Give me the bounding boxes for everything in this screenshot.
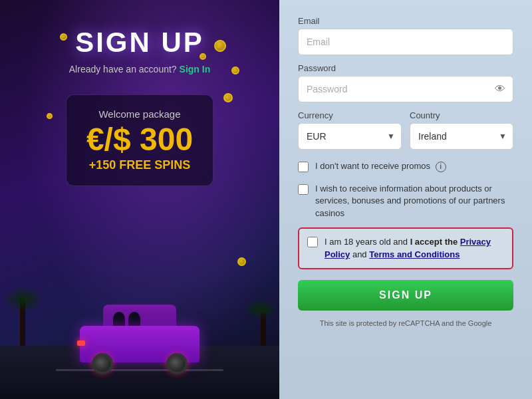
toggle-password-icon[interactable]: 👁 xyxy=(495,83,505,95)
partners-checkbox-row: I wish to receive information about prod… xyxy=(298,183,513,219)
coin-decoration xyxy=(60,33,67,41)
wheel-left xyxy=(92,353,113,374)
car-scene xyxy=(0,253,279,399)
promo-checkbox[interactable] xyxy=(298,162,309,172)
promo-label: I don't want to receive promos i xyxy=(315,160,446,172)
email-field-group: Email xyxy=(298,16,513,55)
headlight xyxy=(77,340,85,346)
country-label: Country xyxy=(410,110,513,120)
wheel-right xyxy=(166,353,188,374)
signup-button[interactable]: SIGN UP xyxy=(298,280,513,311)
coin-decoration xyxy=(47,113,53,119)
promo-checkbox-row: I don't want to receive promos i xyxy=(298,160,513,172)
currency-label: Currency xyxy=(298,110,402,120)
promo-info-icon[interactable]: i xyxy=(436,162,446,172)
welcome-label: Welcome package xyxy=(86,108,193,120)
terms-box: I am 18 years old and I accept the Priva… xyxy=(298,227,513,269)
partners-label: I wish to receive information about prod… xyxy=(315,183,513,219)
password-input[interactable] xyxy=(298,76,513,102)
currency-country-row: Currency EUR USD GBP ▼ Country Ireland U… xyxy=(298,110,513,150)
password-field-group: Password 👁 xyxy=(298,63,513,102)
left-panel: SIGN UP Already have an account? Sign In… xyxy=(0,0,279,399)
coin-decoration xyxy=(231,66,239,74)
currency-select[interactable]: EUR USD GBP xyxy=(298,123,402,150)
palm-decoration xyxy=(20,299,25,352)
coin-decoration xyxy=(213,39,227,53)
terms-conditions-link[interactable]: Terms and Conditions xyxy=(369,249,460,259)
country-select-wrapper: Ireland United Kingdom Germany France ▼ xyxy=(410,123,513,150)
country-select[interactable]: Ireland United Kingdom Germany France xyxy=(410,123,513,150)
terms-checkbox[interactable] xyxy=(307,237,318,247)
car-top xyxy=(103,305,176,328)
welcome-package-box: Welcome package €/$ 300 +150 FREE SPINS xyxy=(66,94,213,186)
car xyxy=(80,326,200,362)
already-account-text: Already have an account? Sign In xyxy=(69,64,210,74)
bonus-amount: €/$ 300 xyxy=(86,124,193,156)
recaptcha-text: This site is protected by reCAPTCHA and … xyxy=(298,319,513,329)
partners-checkbox[interactable] xyxy=(298,184,309,195)
email-label: Email xyxy=(298,16,513,26)
page-title: SIGN UP xyxy=(75,27,204,59)
free-spins-label: +150 FREE SPINS xyxy=(86,158,193,172)
country-group: Country Ireland United Kingdom Germany F… xyxy=(410,110,513,150)
sign-in-link[interactable]: Sign In xyxy=(180,64,211,74)
email-input[interactable] xyxy=(298,29,513,55)
coin-decoration xyxy=(223,93,233,102)
password-wrapper: 👁 xyxy=(298,76,513,102)
right-panel: Email Password 👁 Currency EUR USD GBP ▼ … xyxy=(279,0,532,399)
terms-text: I am 18 years old and I accept the Priva… xyxy=(325,235,504,261)
currency-group: Currency EUR USD GBP ▼ xyxy=(298,110,402,150)
currency-select-wrapper: EUR USD GBP ▼ xyxy=(298,123,402,150)
password-label: Password xyxy=(298,63,513,73)
